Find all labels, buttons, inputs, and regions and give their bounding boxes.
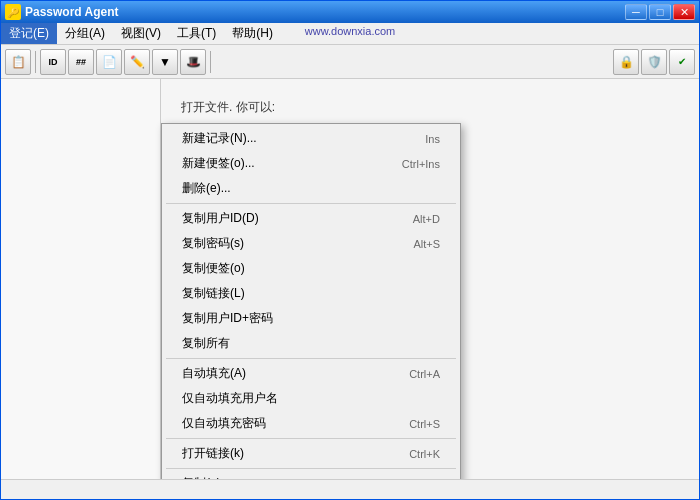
- dd-sep-1: [166, 203, 456, 204]
- dd-label-new-note: 新建便签(o)...: [182, 155, 382, 172]
- open-file-intro: 打开文件. 你可以:: [181, 99, 679, 116]
- status-bar: [1, 479, 699, 499]
- menu-group-label: 分组(A): [65, 25, 105, 42]
- dd-item-open-link[interactable]: 打开链接(k) Ctrl+K: [162, 441, 460, 466]
- toolbar-btn-arrow[interactable]: ▼: [152, 49, 178, 75]
- toolbar-btn-check[interactable]: ✔: [669, 49, 695, 75]
- dd-shortcut-new-record: Ins: [425, 133, 440, 145]
- dd-label-copy-all: 复制所有: [182, 335, 420, 352]
- toolbar-separator-1: [35, 51, 36, 73]
- sidebar: [1, 79, 161, 479]
- dd-label-copy-link: 复制链接(L): [182, 285, 420, 302]
- toolbar-btn-edit[interactable]: ✏️: [124, 49, 150, 75]
- dd-item-copy-u[interactable]: 复制(u) Ctrl+D: [162, 471, 460, 479]
- dd-item-new-note[interactable]: 新建便签(o)... Ctrl+Ins: [162, 151, 460, 176]
- dd-shortcut-new-note: Ctrl+Ins: [402, 158, 440, 170]
- title-bar: 🔑 Password Agent ─ □ ✕: [1, 1, 699, 23]
- toolbar-right: 🔒 🛡️ ✔: [613, 49, 695, 75]
- menu-item-tools[interactable]: 工具(T): [169, 23, 224, 44]
- menu-bar: 登记(E) 分组(A) 视图(V) 工具(T) 帮助(H) www.downxi…: [1, 23, 699, 45]
- main-area: 打开文件. 你可以: 新建一个文件: [1, 79, 699, 479]
- toolbar: 📋 ID ## 📄 ✏️ ▼ 🎩 🔒 🛡️ ✔: [1, 45, 699, 79]
- dd-label-autofill-pwd: 仅自动填充密码: [182, 415, 389, 432]
- close-button[interactable]: ✕: [673, 4, 695, 20]
- title-bar-left: 🔑 Password Agent: [5, 4, 119, 20]
- toolbar-btn-hat[interactable]: 🎩: [180, 49, 206, 75]
- dd-label-copy-note: 复制便签(o): [182, 260, 420, 277]
- dd-item-autofill-pwd[interactable]: 仅自动填充密码 Ctrl+S: [162, 411, 460, 436]
- dd-label-new-record: 新建记录(N)...: [182, 130, 405, 147]
- menu-item-group[interactable]: 分组(A): [57, 23, 113, 44]
- dd-label-delete: 删除(e)...: [182, 180, 420, 197]
- dd-label-copy-userid-pwd: 复制用户ID+密码: [182, 310, 420, 327]
- toolbar-btn-id[interactable]: ID: [40, 49, 66, 75]
- dd-label-open-link: 打开链接(k): [182, 445, 389, 462]
- dd-item-autofill[interactable]: 自动填充(A) Ctrl+A: [162, 361, 460, 386]
- menu-view-label: 视图(V): [121, 25, 161, 42]
- menu-tools-label: 工具(T): [177, 25, 216, 42]
- minimize-button[interactable]: ─: [625, 4, 647, 20]
- toolbar-btn-copy[interactable]: 📄: [96, 49, 122, 75]
- main-window: 🔑 Password Agent ─ □ ✕ 登记(E) 分组(A) 视图(V)…: [0, 0, 700, 500]
- content-area: 打开文件. 你可以: 新建一个文件: [161, 79, 699, 479]
- dd-shortcut-copy-u: Ctrl+D: [409, 478, 440, 480]
- toolbar-btn-lock[interactable]: 🔒: [613, 49, 639, 75]
- toolbar-btn-1[interactable]: 📋: [5, 49, 31, 75]
- dd-item-copy-all[interactable]: 复制所有: [162, 331, 460, 356]
- toolbar-btn-hash[interactable]: ##: [68, 49, 94, 75]
- menu-item-help[interactable]: 帮助(H): [224, 23, 281, 44]
- dd-item-autofill-user[interactable]: 仅自动填充用户名: [162, 386, 460, 411]
- dd-sep-4: [166, 468, 456, 469]
- dropdown-menu: 新建记录(N)... Ins 新建便签(o)... Ctrl+Ins 删除(e)…: [161, 123, 461, 479]
- dd-label-copy-pwd: 复制密码(s): [182, 235, 393, 252]
- dd-item-copy-userid-pwd[interactable]: 复制用户ID+密码: [162, 306, 460, 331]
- dd-shortcut-open-link: Ctrl+K: [409, 448, 440, 460]
- dd-item-new-record[interactable]: 新建记录(N)... Ins: [162, 126, 460, 151]
- toolbar-separator-2: [210, 51, 211, 73]
- window-title: Password Agent: [25, 5, 119, 19]
- dd-shortcut-copy-userid: Alt+D: [413, 213, 440, 225]
- dd-item-copy-pwd[interactable]: 复制密码(s) Alt+S: [162, 231, 460, 256]
- dd-sep-3: [166, 438, 456, 439]
- dd-item-copy-userid[interactable]: 复制用户ID(D) Alt+D: [162, 206, 460, 231]
- app-icon: 🔑: [5, 4, 21, 20]
- dd-shortcut-autofill: Ctrl+A: [409, 368, 440, 380]
- dd-shortcut-autofill-pwd: Ctrl+S: [409, 418, 440, 430]
- dd-label-autofill: 自动填充(A): [182, 365, 389, 382]
- dd-label-copy-userid: 复制用户ID(D): [182, 210, 393, 227]
- dd-label-autofill-user: 仅自动填充用户名: [182, 390, 420, 407]
- watermark: www.downxia.com: [305, 25, 395, 37]
- dd-item-copy-link[interactable]: 复制链接(L): [162, 281, 460, 306]
- menu-file-label: 登记(E): [9, 25, 49, 42]
- dd-sep-2: [166, 358, 456, 359]
- menu-item-file[interactable]: 登记(E): [1, 23, 57, 44]
- menu-help-label: 帮助(H): [232, 25, 273, 42]
- toolbar-btn-shield[interactable]: 🛡️: [641, 49, 667, 75]
- dd-item-delete[interactable]: 删除(e)...: [162, 176, 460, 201]
- dd-item-copy-note[interactable]: 复制便签(o): [162, 256, 460, 281]
- maximize-button[interactable]: □: [649, 4, 671, 20]
- dd-shortcut-copy-pwd: Alt+S: [413, 238, 440, 250]
- menu-item-view[interactable]: 视图(V): [113, 23, 169, 44]
- dd-label-copy-u: 复制(u): [182, 475, 389, 479]
- window-controls: ─ □ ✕: [625, 4, 695, 20]
